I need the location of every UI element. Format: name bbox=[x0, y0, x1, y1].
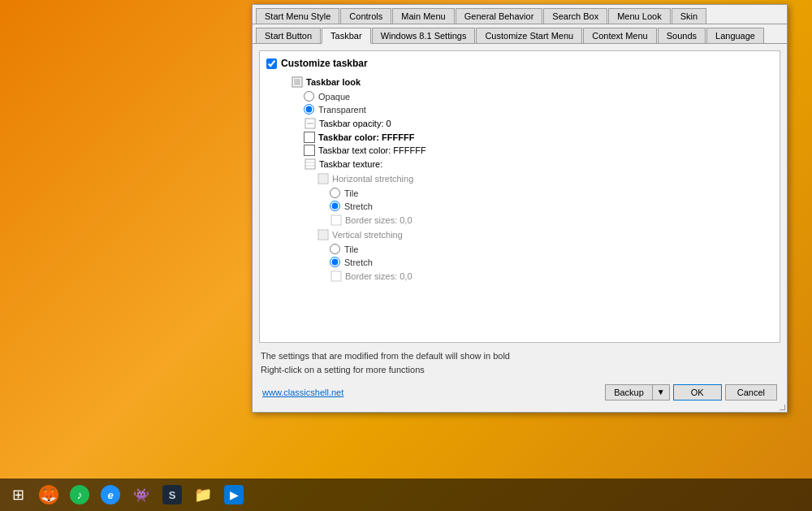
resize-handle[interactable] bbox=[779, 404, 787, 412]
media-button[interactable]: ▶ bbox=[219, 480, 248, 509]
settings-dialog: Start Menu Style Controls Main Menu Gene… bbox=[252, 4, 788, 413]
tab-general-behavior[interactable]: General Behavior bbox=[456, 8, 543, 24]
customize-taskbar-header: Customize taskbar bbox=[266, 58, 773, 69]
tile-h-label[interactable]: Tile bbox=[344, 188, 358, 198]
tab-skin[interactable]: Skin bbox=[672, 8, 706, 24]
taskbar-text-color-label: Taskbar text color: FFFFFF bbox=[318, 145, 426, 155]
info-text: The settings that are modified from the … bbox=[259, 349, 780, 376]
vertical-stretching-icon bbox=[317, 228, 330, 241]
taskbar: ⊞ 🦊 ♪ e 👾 S 📁 ▶ bbox=[0, 479, 812, 511]
ie-button[interactable]: e bbox=[96, 480, 125, 509]
stretch-h-row: Stretch bbox=[274, 201, 773, 211]
svg-rect-11 bbox=[319, 231, 327, 239]
taskbar-opacity-row: Taskbar opacity: 0 bbox=[274, 117, 773, 130]
opaque-label[interactable]: Opaque bbox=[318, 92, 350, 102]
opaque-radio[interactable] bbox=[304, 91, 314, 102]
cancel-button[interactable]: Cancel bbox=[725, 384, 777, 401]
tile-v-label[interactable]: Tile bbox=[344, 245, 358, 254]
tab-taskbar[interactable]: Taskbar bbox=[322, 28, 371, 44]
horizontal-stretching-group: Horizontal stretching bbox=[274, 172, 773, 185]
taskbar-texture-row: Taskbar texture: bbox=[274, 158, 773, 171]
taskbar-text-color-swatch[interactable] bbox=[304, 145, 315, 156]
tile-v-row: Tile bbox=[274, 244, 773, 254]
tab-main-menu[interactable]: Main Menu bbox=[392, 8, 454, 24]
settings-list: Taskbar look Opaque Transparent bbox=[266, 76, 773, 283]
stretch-v-row: Stretch bbox=[274, 257, 773, 267]
start-button[interactable]: ⊞ bbox=[3, 480, 32, 509]
stretch-h-label[interactable]: Stretch bbox=[344, 201, 373, 211]
horizontal-stretching-icon bbox=[317, 172, 330, 185]
tile-h-row: Tile bbox=[274, 188, 773, 198]
taskbar-look-label: Taskbar look bbox=[306, 77, 361, 87]
steam-icon: S bbox=[162, 485, 182, 505]
svg-rect-9 bbox=[331, 215, 341, 225]
tab-bar-row1: Start Menu Style Controls Main Menu Gene… bbox=[253, 5, 787, 24]
firefox-button[interactable]: 🦊 bbox=[34, 480, 63, 509]
tab-sounds[interactable]: Sounds bbox=[658, 28, 706, 43]
footer-buttons: Backup ▼ OK Cancel bbox=[605, 384, 777, 401]
steam-button[interactable]: S bbox=[158, 480, 187, 509]
media-icon: ▶ bbox=[224, 485, 244, 505]
border-sizes-h-label: Border sizes: 0,0 bbox=[345, 215, 412, 225]
tab-start-button[interactable]: Start Button bbox=[256, 28, 321, 43]
firefox-icon: 🦊 bbox=[39, 485, 58, 505]
tab-search-box[interactable]: Search Box bbox=[543, 8, 607, 24]
taskbar-opacity-label: Taskbar opacity: 0 bbox=[319, 119, 391, 128]
tab-controls[interactable]: Controls bbox=[340, 8, 391, 24]
tab-context-menu[interactable]: Context Menu bbox=[583, 28, 656, 43]
taskbar-text-color-row: Taskbar text color: FFFFFF bbox=[274, 145, 773, 156]
taskbar-color-label: Taskbar color: FFFFFF bbox=[318, 132, 414, 142]
website-link[interactable]: www.classicshell.net bbox=[262, 388, 605, 397]
vertical-stretching-group: Vertical stretching bbox=[274, 228, 773, 241]
taskbar-color-row: Taskbar color: FFFFFF bbox=[274, 132, 773, 143]
customize-taskbar-checkbox[interactable] bbox=[266, 58, 277, 69]
border-sizes-v-label: Border sizes: 0,0 bbox=[345, 271, 412, 281]
tab-start-menu-style[interactable]: Start Menu Style bbox=[256, 8, 339, 24]
start-icon: ⊞ bbox=[8, 485, 28, 505]
border-sizes-v-row: Border sizes: 0,0 bbox=[274, 270, 773, 283]
svg-rect-8 bbox=[319, 175, 327, 183]
tab-bar-row2: Start Button Taskbar Windows 8.1 Setting… bbox=[253, 24, 787, 44]
ok-button[interactable]: OK bbox=[673, 384, 722, 401]
ie-icon: e bbox=[101, 485, 120, 505]
settings-panel: Customize taskbar Taskbar look Opaque bbox=[259, 50, 780, 343]
backup-button[interactable]: Backup bbox=[605, 384, 652, 401]
dialog-footer: www.classicshell.net Backup ▼ OK Cancel bbox=[259, 381, 780, 405]
transparent-row: Transparent bbox=[274, 104, 773, 115]
border-sizes-h-row: Border sizes: 0,0 bbox=[274, 214, 773, 227]
svg-rect-1 bbox=[294, 79, 300, 85]
tile-v-radio[interactable] bbox=[330, 244, 340, 254]
tab-windows81[interactable]: Windows 8.1 Settings bbox=[372, 28, 476, 43]
transparent-label[interactable]: Transparent bbox=[318, 105, 366, 115]
tab-menu-look[interactable]: Menu Look bbox=[608, 8, 670, 24]
stretch-v-radio[interactable] bbox=[330, 257, 340, 267]
customize-taskbar-label[interactable]: Customize taskbar bbox=[281, 58, 368, 69]
dialog-content: Customize taskbar Taskbar look Opaque bbox=[253, 44, 787, 412]
tile-h-radio[interactable] bbox=[330, 188, 340, 198]
border-sizes-h-icon bbox=[330, 214, 343, 227]
backup-dropdown-button[interactable]: ▼ bbox=[652, 384, 670, 401]
spotify-button[interactable]: ♪ bbox=[65, 480, 94, 509]
info-line1: The settings that are modified from the … bbox=[261, 349, 779, 363]
stretch-h-radio[interactable] bbox=[330, 201, 340, 211]
taskbar-opacity-icon bbox=[304, 117, 317, 130]
taskbar-texture-icon bbox=[304, 158, 317, 171]
vertical-stretching-label: Vertical stretching bbox=[332, 230, 403, 240]
folder-button[interactable]: 📁 bbox=[188, 480, 218, 509]
taskbar-look-group: Taskbar look bbox=[274, 76, 773, 89]
stretch-v-label[interactable]: Stretch bbox=[344, 258, 373, 267]
tab-language[interactable]: Language bbox=[706, 28, 764, 43]
alienware-button[interactable]: 👾 bbox=[127, 480, 156, 509]
svg-rect-4 bbox=[305, 159, 315, 169]
border-sizes-v-icon bbox=[330, 270, 343, 283]
transparent-radio[interactable] bbox=[304, 104, 314, 115]
alienware-icon: 👾 bbox=[132, 485, 151, 505]
taskbar-texture-label: Taskbar texture: bbox=[319, 159, 382, 169]
svg-rect-12 bbox=[331, 271, 341, 281]
taskbar-color-swatch[interactable] bbox=[304, 132, 315, 143]
backup-group: Backup ▼ bbox=[605, 384, 670, 401]
tab-customize-start-menu[interactable]: Customize Start Menu bbox=[476, 28, 582, 43]
opaque-row: Opaque bbox=[274, 91, 773, 102]
taskbar-look-icon bbox=[291, 76, 304, 89]
horizontal-stretching-label: Horizontal stretching bbox=[332, 174, 413, 184]
